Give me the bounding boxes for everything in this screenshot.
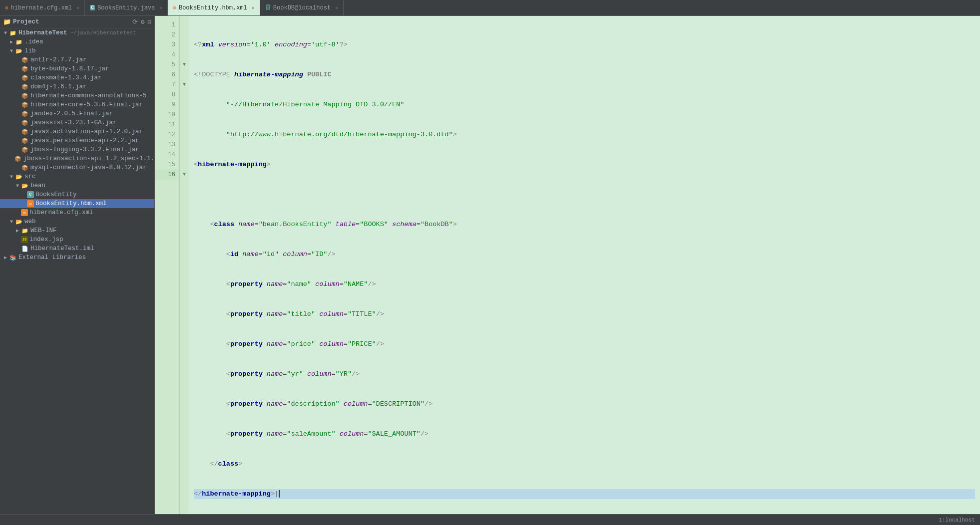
line-num-15: 15 — [155, 160, 179, 170]
external-libs-label: External Libraries — [18, 254, 86, 261]
sidebar-item-mysql[interactable]: 📦 mysql-connector-java-8.0.12.jar — [0, 163, 154, 172]
tab-books-entity-hbm[interactable]: ⚙ BooksEntity.hbm.xml ✕ — [168, 0, 260, 15]
sync-icon[interactable]: ⟳ — [132, 18, 138, 26]
root-label: HibernateTest — [18, 29, 67, 36]
sidebar-item-hibernate-commons[interactable]: 📦 hibernate-commons-annotations-5 — [0, 91, 154, 100]
sidebar-item-jboss-transaction[interactable]: 📦 jboss-transaction-api_1.2_spec-1.1. — [0, 154, 154, 163]
code-line-8: <id name="id" column="ID"/> — [194, 250, 975, 260]
sidebar-item-antlr[interactable]: 📦 antlr-2.7.7.jar — [0, 55, 154, 64]
hibernate-iml-label: HibernateTest.iml — [30, 245, 94, 252]
sidebar-item-books-entity-java[interactable]: C BooksEntity — [0, 190, 154, 199]
sidebar-item-dom4j[interactable]: 📦 dom4j-1.6.1.jar — [0, 82, 154, 91]
sidebar-item-classmate[interactable]: 📦 classmate-1.3.4.jar — [0, 73, 154, 82]
status-text: 1:localhost — [939, 517, 975, 523]
gutter-5: ▼ — [180, 60, 189, 70]
jboss-transaction-label: jboss-transaction-api_1.2_spec-1.1. — [23, 155, 154, 162]
sidebar-item-bean[interactable]: 📂 bean — [0, 181, 154, 190]
mysql-jar-icon: 📦 — [21, 165, 29, 171]
project-folder-icon: 📁 — [3, 18, 11, 26]
byte-buddy-jar-icon: 📦 — [21, 66, 29, 72]
sidebar-item-jandex[interactable]: 📦 jandex-2.0.5.Final.jar — [0, 109, 154, 118]
gutter-9 — [180, 100, 189, 110]
hibernate-cfg-icon: ⚙ — [5, 4, 8, 11]
hibernate-cfg-icon: ⚙ — [21, 209, 28, 216]
books-entity-hbm-icon: ⚙ — [27, 200, 34, 207]
tree-root[interactable]: 📁 HibernateTest ~/java/HibernateTest — [0, 28, 154, 37]
web-inf-folder-icon: 📁 — [21, 228, 29, 234]
tab-bookdb-localhost-label: BookDB@localhost — [273, 4, 331, 11]
sidebar-item-src[interactable]: 📂 src — [0, 172, 154, 181]
sidebar-item-lib[interactable]: 📂 lib — [0, 46, 154, 55]
lib-label: lib — [24, 47, 36, 54]
code-line-2: <!DOCTYPE hibernate-mapping PUBLIC — [194, 70, 975, 80]
editor[interactable]: 1 2 3 4 5 6 7 8 9 10 11 12 13 14 15 16 — [155, 16, 980, 514]
code-line-13: <property name="description" column="DES… — [194, 399, 975, 409]
tab-books-entity-java[interactable]: C BooksEntity.java ✕ — [85, 0, 168, 15]
dom4j-jar-icon: 📦 — [21, 84, 29, 90]
tab-bookdb-localhost[interactable]: 🗄 BookDB@localhost ✕ — [260, 0, 344, 15]
sidebar-item-index-jsp[interactable]: JS index.jsp — [0, 235, 154, 244]
code-line-6 — [194, 190, 975, 200]
sidebar-item-jboss-logging[interactable]: 📦 jboss-logging-3.3.2.Final.jar — [0, 145, 154, 154]
line-num-1: 1 — [155, 20, 179, 30]
sidebar-item-books-entity-hbm[interactable]: ⚙ BooksEntity.hbm.xml — [0, 199, 154, 208]
line-num-16: 16 — [155, 170, 179, 180]
javax-persistence-label: javax.persistence-api-2.2.jar — [30, 137, 139, 144]
code-line-11: <property name="price" column="PRICE"/> — [194, 339, 975, 349]
gutter-12 — [180, 130, 189, 140]
code-line-12: <property name="yr" column="YR"/> — [194, 369, 975, 379]
bean-folder-icon: 📂 — [21, 183, 29, 189]
web-folder-icon: 📂 — [15, 219, 23, 225]
code-line-4: "http://www.hibernate.org/dtd/hibernate-… — [194, 130, 975, 140]
code-line-1: <?xml version='1.0' encoding='utf-8'?> — [194, 40, 975, 50]
tab-hibernate-cfg[interactable]: ⚙ hibernate.cfg.xml ✕ — [0, 0, 85, 15]
project-label[interactable]: Project — [13, 18, 39, 25]
idea-arrow — [8, 39, 15, 45]
line-num-9: 9 — [155, 100, 179, 110]
external-libs-icon: 📚 — [9, 255, 17, 261]
code-area: 1 2 3 4 5 6 7 8 9 10 11 12 13 14 15 16 — [155, 16, 980, 514]
sidebar-item-byte-buddy[interactable]: 📦 byte-buddy-1.8.17.jar — [0, 64, 154, 73]
settings-icon[interactable]: ⚙ — [141, 18, 145, 26]
classmate-jar-icon: 📦 — [21, 75, 29, 81]
byte-buddy-label: byte-buddy-1.8.17.jar — [30, 65, 109, 72]
sidebar-item-javassist[interactable]: 📦 javassist-3.23.1-GA.jar — [0, 118, 154, 127]
jandex-label: jandex-2.0.5.Final.jar — [30, 110, 113, 117]
sidebar-item-web[interactable]: 📂 web — [0, 217, 154, 226]
external-libs-arrow — [2, 255, 9, 261]
lib-arrow — [8, 48, 15, 54]
gutter-14 — [180, 150, 189, 160]
gutter-15 — [180, 160, 189, 170]
gutter-16: ▼ — [180, 170, 189, 180]
line-num-5: 5 — [155, 60, 179, 70]
tab-bar: ⚙ hibernate.cfg.xml ✕ C BooksEntity.java… — [0, 0, 980, 16]
status-bar: 1:localhost — [0, 514, 980, 525]
javassist-jar-icon: 📦 — [21, 120, 29, 126]
tab-books-entity-java-label: BooksEntity.java — [97, 4, 155, 11]
sidebar-item-external-libs[interactable]: 📚 External Libraries — [0, 253, 154, 262]
jboss-logging-label: jboss-logging-3.3.2.Final.jar — [30, 146, 139, 153]
web-arrow — [8, 219, 15, 225]
tab-books-entity-hbm-close[interactable]: ✕ — [252, 5, 255, 11]
tab-hibernate-cfg-close[interactable]: ✕ — [76, 5, 79, 11]
src-label: src — [24, 173, 36, 180]
collapse-icon[interactable]: ⊟ — [147, 18, 151, 26]
tab-books-entity-java-close[interactable]: ✕ — [159, 5, 162, 11]
dom4j-label: dom4j-1.6.1.jar — [30, 83, 87, 90]
sidebar-item-hibernate-iml[interactable]: 📄 HibernateTest.iml — [0, 244, 154, 253]
hibernate-core-jar-icon: 📦 — [21, 102, 29, 108]
code-line-7: <class name="bean.BooksEntity" table="BO… — [194, 220, 975, 230]
hibernate-cfg-label: hibernate.cfg.xml — [29, 209, 93, 216]
sidebar-item-web-inf[interactable]: 📁 WEB-INF — [0, 226, 154, 235]
sidebar-item-javax-persistence[interactable]: 📦 javax.persistence-api-2.2.jar — [0, 136, 154, 145]
gutter-10 — [180, 110, 189, 120]
hbm-tab-icon: ⚙ — [173, 4, 176, 11]
sidebar-item-hibernate-core[interactable]: 📦 hibernate-core-5.3.6.Final.jar — [0, 100, 154, 109]
sidebar-item-idea[interactable]: 📁 .idea — [0, 37, 154, 46]
code-lines[interactable]: <?xml version='1.0' encoding='utf-8'?> <… — [189, 16, 980, 514]
sidebar-item-javax-activation[interactable]: 📦 javax.activation-api-1.2.0.jar — [0, 127, 154, 136]
sidebar-item-hibernate-cfg[interactable]: ⚙ hibernate.cfg.xml — [0, 208, 154, 217]
main-layout: 📁 Project ⟳ ⚙ ⊟ 📁 HibernateTest ~/java/H… — [0, 16, 980, 514]
tab-bookdb-localhost-close[interactable]: ✕ — [335, 5, 338, 11]
books-entity-java-icon: C — [27, 191, 34, 198]
